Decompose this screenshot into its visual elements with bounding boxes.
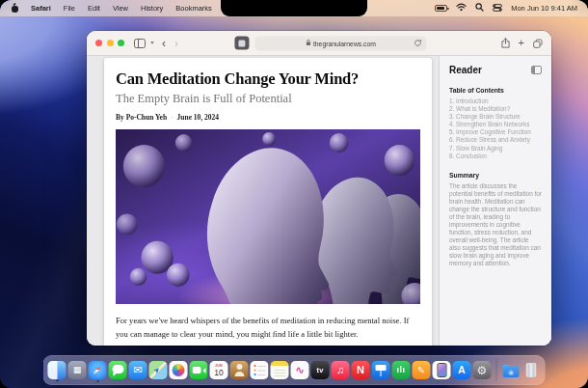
- safari-window: ‹ › thegranularnews.com: [87, 31, 551, 346]
- dock-icon-tv[interactable]: tv: [311, 361, 330, 379]
- reader-header: Reader: [449, 65, 542, 75]
- forward-button[interactable]: ›: [174, 38, 178, 49]
- url-text: thegranularnews.com: [313, 40, 376, 46]
- dock-icon-safari[interactable]: [89, 361, 107, 379]
- dock-icon-notes[interactable]: [271, 361, 289, 379]
- desktop: SafariFileEditViewHistoryBookmarksWindow…: [0, 0, 588, 388]
- reload-icon[interactable]: [414, 40, 421, 48]
- dock-icon-photos[interactable]: [170, 361, 188, 379]
- apple-menu-icon[interactable]: [11, 4, 18, 13]
- dock-icon-app-store[interactable]: A: [453, 361, 471, 379]
- dock-icon-pages[interactable]: ✎: [413, 361, 431, 379]
- reader-panel-title: Reader: [449, 65, 482, 75]
- toc-item-6-reduce-stress-and-anxiety[interactable]: 6. Reduce Stress and Anxiety: [449, 136, 542, 144]
- tab-overview-icon[interactable]: [533, 39, 543, 48]
- reader-sidebar-toggle-icon[interactable]: [531, 66, 542, 74]
- dock-icon-keynote[interactable]: [372, 361, 390, 379]
- dock-icon-mail[interactable]: ✉: [129, 361, 147, 379]
- menu-clock[interactable]: Mon Jun 10 9:41 AM: [511, 4, 577, 13]
- reader-mode-button[interactable]: [234, 37, 249, 50]
- toc-list: 1. Introduction2. What is Meditation?3. …: [449, 97, 542, 160]
- article-subtitle: The Empty Brain is Full of Potential: [116, 92, 420, 106]
- close-window-button[interactable]: [95, 40, 102, 46]
- menu-bar: SafariFileEditViewHistoryBookmarksWindow…: [0, 0, 588, 16]
- dock-icon-calendar[interactable]: JUN 10: [210, 361, 228, 379]
- toc-item-7-slow-brain-aging[interactable]: 7. Slow Brain Aging: [449, 145, 542, 152]
- dock-icon-messages[interactable]: [109, 361, 127, 379]
- dock-icon-finder[interactable]: [48, 361, 67, 379]
- battery-icon[interactable]: [435, 5, 447, 12]
- article-column: Can Meditation Change Your Mind? The Emp…: [87, 56, 439, 346]
- window-content: Can Meditation Change Your Mind? The Emp…: [87, 56, 551, 346]
- menu-item-edit[interactable]: Edit: [88, 4, 100, 13]
- toc-item-4-strengthen-brain-networks[interactable]: 4. Strengthen Brain Networks: [449, 121, 542, 128]
- wifi-icon[interactable]: [456, 3, 467, 14]
- dock-icon-downloads[interactable]: ◉: [502, 361, 521, 379]
- control-center-icon[interactable]: [493, 4, 502, 14]
- dock-icon-settings[interactable]: ⚙: [473, 361, 492, 379]
- menu-item-file[interactable]: File: [64, 4, 75, 13]
- dock-icon-reminders[interactable]: [251, 361, 269, 379]
- sidebar-toggle-icon[interactable]: [134, 39, 146, 48]
- safari-toolbar: ‹ › thegranularnews.com: [87, 31, 551, 56]
- dock-icon-numbers[interactable]: ılı: [392, 361, 411, 379]
- byline-date: June 10, 2024: [177, 113, 220, 122]
- menu-item-bookmarks[interactable]: Bookmarks: [175, 4, 212, 13]
- chevron-down-icon[interactable]: [150, 42, 154, 44]
- dock-icon-music[interactable]: ♫: [332, 361, 350, 379]
- dock-icon-news[interactable]: N: [352, 361, 370, 379]
- new-tab-button[interactable]: +: [519, 38, 524, 48]
- menu-status-area: Mon Jun 10 9:41 AM: [435, 3, 577, 14]
- article-page: Can Meditation Change Your Mind? The Emp…: [104, 58, 432, 346]
- window-controls: [95, 40, 124, 46]
- article-body: For years we've heard whispers of the be…: [116, 315, 420, 346]
- dock-icon-freeform[interactable]: ∿: [291, 361, 309, 379]
- toolbar-right: +: [501, 38, 543, 48]
- toc-item-3-change-brain-structure[interactable]: 3. Change Brain Structure: [449, 113, 542, 121]
- menu-item-history[interactable]: History: [141, 4, 163, 13]
- dock-icon-trash[interactable]: [522, 361, 541, 379]
- spotlight-search-icon[interactable]: [475, 3, 484, 14]
- dock-icon-iphone-mirroring[interactable]: [433, 361, 451, 379]
- summary-title: Summary: [449, 172, 542, 179]
- address-bar-group: thegranularnews.com: [234, 36, 426, 50]
- zoom-window-button[interactable]: [118, 40, 124, 46]
- article-hero-image: [116, 129, 420, 304]
- camera-notch: [221, 0, 367, 16]
- toc-item-1-introduction[interactable]: 1. Introduction: [449, 97, 542, 105]
- dock: ▦ ✉: [43, 355, 546, 385]
- byline-separator: ·: [171, 113, 174, 122]
- dock-icon-facetime[interactable]: [190, 361, 208, 379]
- byline-author: By Po-Chun Yeh: [116, 113, 167, 122]
- share-icon[interactable]: [501, 38, 510, 48]
- summary-text: The article discusses the potential bene…: [449, 182, 542, 267]
- article-byline: By Po-Chun Yeh · June 10, 2024: [116, 113, 420, 122]
- reader-panel: Reader Table of Contents 1. Introduction…: [439, 56, 551, 346]
- article-title: Can Meditation Change Your Mind?: [116, 58, 420, 88]
- address-bar[interactable]: thegranularnews.com: [254, 36, 426, 50]
- toc-item-8-conclusion[interactable]: 8. Conclusion: [449, 152, 542, 160]
- minimize-window-button[interactable]: [107, 40, 114, 46]
- dock-icon-contacts[interactable]: [230, 361, 249, 379]
- toc-title: Table of Contents: [449, 87, 542, 94]
- dock-divider: [496, 359, 497, 381]
- dock-shortcuts: ◉: [502, 361, 541, 379]
- dock-icon-launchpad[interactable]: ▦: [68, 361, 87, 379]
- toc-item-2-what-is-meditation[interactable]: 2. What is Meditation?: [449, 105, 542, 113]
- menu-item-safari[interactable]: Safari: [31, 4, 51, 13]
- toc-item-5-improve-cognitive-function[interactable]: 5. Improve Cognitive Function: [449, 128, 542, 136]
- dock-apps: ▦ ✉: [48, 361, 492, 379]
- dock-icon-maps[interactable]: [149, 361, 168, 379]
- back-button[interactable]: ‹: [162, 38, 166, 49]
- menu-item-view[interactable]: View: [113, 4, 128, 13]
- lock-icon: [306, 40, 310, 47]
